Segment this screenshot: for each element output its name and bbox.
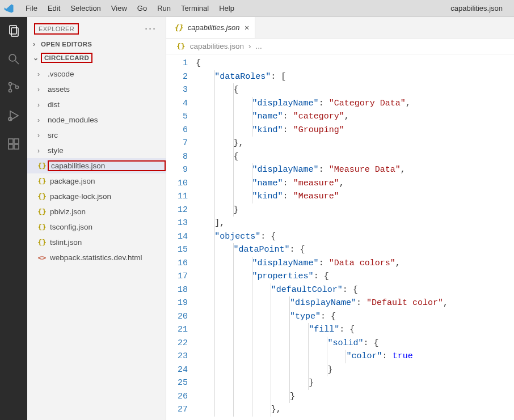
line-number: 5 — [166, 110, 188, 124]
code-content[interactable]: {"dataRoles": [{"displayName": "Category… — [196, 54, 514, 420]
folder--vscode[interactable]: ›.vscode — [27, 66, 166, 82]
file-capabilities-json[interactable]: {}capabilities.json — [27, 158, 166, 173]
section-project[interactable]: ⌄ CIRCLECARD — [27, 50, 166, 65]
code-line: }, — [196, 403, 514, 417]
code-line: { — [196, 83, 514, 97]
breadcrumbs[interactable]: {} capabilities.json › ... — [166, 39, 514, 54]
tab-capabilities-json[interactable]: {} capabilities.json × — [166, 17, 255, 38]
menu-edit[interactable]: Edit — [43, 4, 65, 12]
folder-label: .vscode — [48, 70, 166, 78]
folder-label: node_modules — [48, 116, 166, 124]
svg-rect-8 — [9, 139, 13, 143]
extensions-icon[interactable] — [6, 136, 22, 152]
chevron-right-icon: › — [37, 70, 44, 78]
json-file-icon: {} — [37, 207, 47, 216]
menu-view[interactable]: View — [106, 4, 132, 12]
line-number: 14 — [166, 230, 188, 244]
line-number: 26 — [166, 390, 188, 404]
file-label: tsconfig.json — [50, 223, 166, 231]
menu-selection[interactable]: Selection — [65, 4, 106, 12]
file-pbiviz-json[interactable]: {}pbiviz.json — [27, 204, 166, 219]
menubar: FileEditSelectionViewGoRunTerminalHelp c… — [0, 0, 514, 17]
line-number: 24 — [166, 363, 188, 377]
code-line: "name": "category", — [196, 110, 514, 124]
folder-style[interactable]: ›style — [27, 143, 166, 158]
svg-rect-10 — [9, 145, 13, 149]
menu-help[interactable]: Help — [214, 4, 239, 12]
line-number: 20 — [166, 310, 188, 324]
menu-go[interactable]: Go — [132, 4, 152, 12]
folder-dist[interactable]: ›dist — [27, 97, 166, 112]
line-number: 18 — [166, 283, 188, 297]
line-number: 25 — [166, 376, 188, 390]
line-number: 6 — [166, 124, 188, 137]
code-line: } — [196, 376, 514, 390]
menu-file[interactable]: File — [20, 4, 43, 12]
code-line: "displayName": "Measure Data", — [196, 163, 514, 177]
line-number: 23 — [166, 350, 188, 363]
line-number-gutter: 1234567891011121314151617181920212223242… — [166, 54, 196, 420]
code-line: "objects": { — [196, 230, 514, 244]
line-number: 22 — [166, 337, 188, 350]
folder-assets[interactable]: ›assets — [27, 82, 166, 97]
folder-node-modules[interactable]: ›node_modules — [27, 112, 166, 128]
menu-run[interactable]: Run — [152, 4, 176, 12]
code-line: { — [196, 57, 514, 70]
folder-label: assets — [48, 85, 166, 94]
file-package-lock-json[interactable]: {}package-lock.json — [27, 189, 166, 204]
chevron-right-icon: › — [37, 131, 44, 139]
code-editor[interactable]: 1234567891011121314151617181920212223242… — [166, 54, 514, 420]
folder-label: dist — [48, 100, 166, 109]
svg-rect-9 — [14, 139, 19, 143]
line-number: 11 — [166, 190, 188, 203]
sidebar-more-icon[interactable]: ··· — [145, 23, 160, 35]
menu-terminal[interactable]: Terminal — [176, 4, 214, 12]
section-open-editors[interactable]: › OPEN EDITORS — [27, 38, 166, 50]
breadcrumb-file: capabilities.json — [190, 42, 244, 50]
svg-point-2 — [9, 54, 16, 61]
window-title: capabilities.json — [450, 4, 511, 12]
chevron-right-icon: › — [37, 101, 44, 109]
svg-rect-1 — [11, 28, 18, 36]
file-tree: ›.vscode›assets›dist›node_modules›src›st… — [27, 65, 166, 265]
json-file-icon: {} — [37, 192, 47, 201]
close-icon[interactable]: × — [244, 23, 249, 32]
source-control-icon[interactable] — [6, 79, 22, 95]
folder-label: style — [48, 146, 166, 155]
editor-area: {} capabilities.json × {} capabilities.j… — [166, 17, 514, 420]
json-file-icon: {} — [37, 177, 47, 185]
code-line: ], — [196, 217, 514, 230]
file-webpack-statistics-dev-html[interactable]: <>webpack.statistics.dev.html — [27, 250, 166, 265]
file-package-json[interactable]: {}package.json — [27, 173, 166, 189]
line-number: 8 — [166, 150, 188, 164]
file-label: package-lock.json — [50, 192, 166, 201]
html-file-icon: <> — [37, 254, 47, 262]
folder-label: src — [48, 131, 166, 139]
chevron-right-icon: › — [37, 147, 44, 155]
json-file-icon: {} — [37, 162, 47, 170]
explorer-sidebar: EXPLORER ··· › OPEN EDITORS ⌄ CIRCLECARD… — [27, 17, 166, 420]
code-line: "kind": "Grouping" — [196, 124, 514, 137]
tab-bar: {} capabilities.json × — [166, 17, 514, 39]
line-number: 10 — [166, 177, 188, 190]
folder-src[interactable]: ›src — [27, 128, 166, 143]
svg-rect-0 — [10, 26, 16, 34]
line-number: 17 — [166, 270, 188, 283]
json-file-icon: {} — [174, 23, 183, 32]
run-debug-icon[interactable] — [6, 108, 22, 124]
svg-point-5 — [9, 90, 12, 92]
code-line: "solid": { — [196, 337, 514, 350]
line-number: 3 — [166, 83, 188, 97]
explorer-icon[interactable] — [6, 23, 22, 39]
file-tslint-json[interactable]: {}tslint.json — [27, 235, 166, 250]
search-icon[interactable] — [6, 51, 22, 67]
json-file-icon: {} — [37, 223, 47, 231]
code-line: } — [196, 363, 514, 377]
file-label: tslint.json — [50, 238, 166, 247]
code-line: "displayName": "Default color", — [196, 296, 514, 310]
code-line: "kind": "Measure" — [196, 190, 514, 203]
svg-line-3 — [15, 61, 19, 64]
line-number: 19 — [166, 296, 188, 310]
file-tsconfig-json[interactable]: {}tsconfig.json — [27, 219, 166, 235]
line-number: 12 — [166, 203, 188, 217]
